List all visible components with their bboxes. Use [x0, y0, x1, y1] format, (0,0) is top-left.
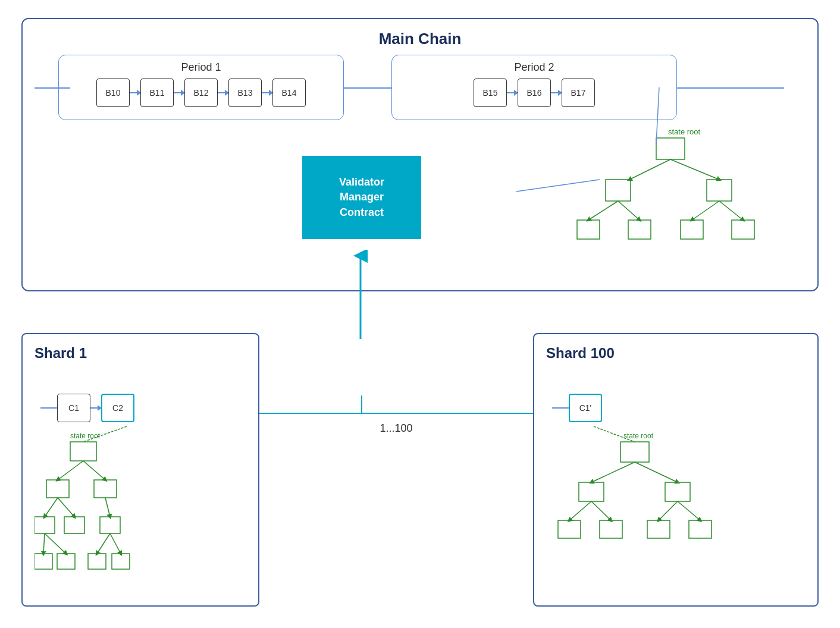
svg-line-52 — [569, 501, 591, 520]
svg-line-33 — [83, 461, 105, 480]
vmc-label: ValidatorManagerContract — [339, 175, 384, 220]
svg-rect-27 — [100, 517, 120, 533]
svg-rect-47 — [600, 520, 622, 538]
main-chain-title: Main Chain — [23, 30, 817, 48]
svg-rect-6 — [681, 220, 703, 239]
shard1-state-tree: state root — [35, 426, 249, 605]
svg-line-34 — [45, 498, 58, 517]
svg-line-39 — [97, 533, 110, 554]
shards-range-label: 1...100 — [259, 422, 533, 435]
svg-line-51 — [635, 462, 678, 482]
svg-line-55 — [678, 501, 700, 520]
shard1-left-line — [40, 407, 57, 409]
shard1-title: Shard 1 — [35, 345, 258, 362]
svg-line-8 — [629, 159, 670, 180]
svg-rect-7 — [732, 220, 754, 239]
shard100-title: Shard 100 — [546, 345, 817, 362]
b17-to-stateroot-line — [528, 61, 677, 156]
svg-line-11 — [618, 201, 640, 220]
right-chain-line — [677, 87, 784, 89]
svg-rect-22 — [70, 442, 96, 461]
svg-rect-29 — [57, 554, 75, 569]
svg-rect-26 — [64, 517, 84, 533]
shard1-blocks: C1 C2 — [40, 394, 134, 422]
svg-line-50 — [591, 462, 635, 482]
svg-line-38 — [45, 533, 66, 554]
shard1-box: Shard 1 C1 C2 state root — [21, 333, 259, 607]
period1-blocks: B10 B11 B12 B13 B14 — [86, 78, 316, 107]
block-c1: C1 — [57, 394, 90, 422]
svg-line-37 — [43, 533, 45, 554]
svg-line-13 — [719, 201, 743, 220]
arrow-b13-b14 — [262, 92, 272, 93]
arrow-b11-b12 — [174, 92, 184, 93]
svg-line-9 — [670, 159, 719, 180]
svg-rect-23 — [46, 480, 69, 498]
period1-box: Period 1 B10 B11 B12 B13 B14 — [58, 55, 344, 120]
block-b14: B14 — [272, 78, 306, 107]
svg-rect-24 — [94, 480, 117, 498]
vmc-to-tree-line — [397, 156, 612, 227]
svg-rect-48 — [647, 520, 670, 538]
block-c1prime: C1' — [569, 394, 602, 422]
svg-rect-45 — [665, 482, 690, 501]
svg-line-53 — [591, 501, 611, 520]
svg-rect-30 — [88, 554, 106, 569]
svg-rect-49 — [689, 520, 712, 538]
svg-rect-44 — [579, 482, 604, 501]
svg-line-32 — [58, 461, 83, 480]
shard100-blocks: C1' — [552, 394, 602, 422]
period1-label: Period 1 — [181, 61, 221, 74]
svg-line-40 — [110, 533, 121, 554]
svg-text:state root: state root — [70, 432, 101, 440]
svg-rect-31 — [112, 554, 130, 569]
block-c2: C2 — [101, 394, 134, 422]
svg-line-15 — [516, 180, 600, 191]
block-b12: B12 — [184, 78, 218, 107]
arrow-b10-b11 — [130, 92, 140, 93]
block-b10: B10 — [96, 78, 130, 107]
arrow-b12-b13 — [218, 92, 228, 93]
block-b11: B11 — [140, 78, 174, 107]
svg-rect-5 — [628, 220, 651, 239]
main-chain-box: Main Chain Period 1 B10 B11 B12 B13 B14 — [21, 18, 819, 291]
svg-line-54 — [659, 501, 678, 520]
arrow-b15-b16 — [507, 92, 518, 93]
shard100-left-line — [552, 407, 569, 409]
arrow-c1-c2 — [90, 407, 101, 409]
svg-line-14 — [656, 87, 659, 144]
svg-line-35 — [58, 498, 74, 517]
period-connector — [344, 87, 391, 89]
svg-rect-43 — [620, 442, 649, 462]
svg-text:state root: state root — [623, 432, 654, 440]
block-b15: B15 — [474, 78, 507, 107]
svg-rect-3 — [707, 180, 732, 201]
svg-rect-25 — [35, 517, 55, 533]
diagram-container: Main Chain Period 1 B10 B11 B12 B13 B14 — [21, 18, 819, 607]
svg-line-12 — [692, 201, 719, 220]
shard100-state-tree: state root — [546, 426, 796, 605]
svg-rect-46 — [558, 520, 581, 538]
shard100-box: Shard 100 C1' state root — [533, 333, 819, 607]
svg-rect-28 — [35, 554, 52, 569]
shard-to-vmc-arrow — [337, 250, 384, 339]
block-b13: B13 — [228, 78, 262, 107]
svg-line-36 — [105, 498, 110, 517]
